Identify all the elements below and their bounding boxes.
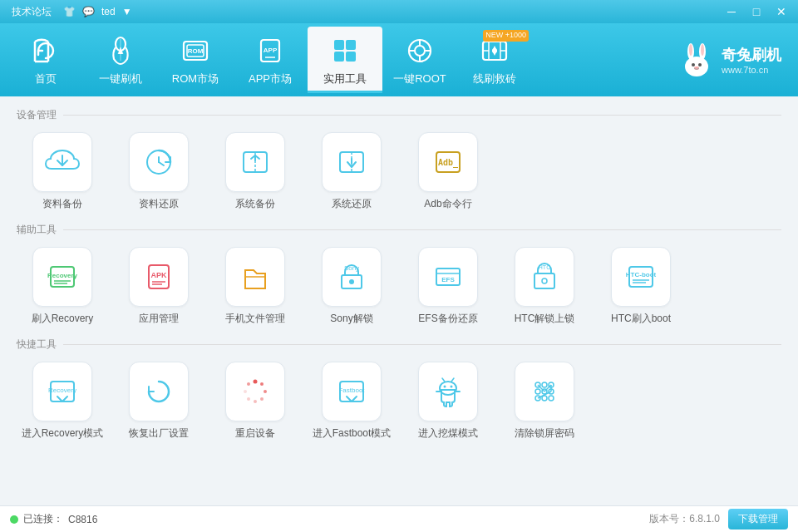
svg-point-50: [349, 279, 354, 284]
svg-point-88: [542, 396, 547, 401]
section-line: [63, 115, 781, 116]
shirt-icon: 👕: [63, 6, 76, 17]
svg-point-24: [701, 44, 704, 56]
svg-text:EFS: EFS: [441, 276, 455, 283]
maximize-button[interactable]: □: [746, 4, 766, 19]
reboot-icon-box: [225, 362, 285, 421]
tool-enter-recovery[interactable]: Recovery 进入Recovery模式: [17, 358, 108, 444]
svg-line-79: [442, 378, 445, 382]
nav-label-app: APP市场: [249, 71, 292, 86]
app-manage-label: 应用管理: [139, 312, 179, 326]
svg-line-91: [544, 385, 551, 392]
app-icon: APP: [253, 33, 288, 68]
home-icon: [28, 33, 63, 68]
dropdown-icon[interactable]: ▼: [122, 6, 132, 17]
titlebar-right: ─ □ ✕: [722, 4, 791, 19]
download-manage-button[interactable]: 下载管理: [728, 509, 788, 530]
efs-restore-label: EFS备份还原: [418, 312, 477, 326]
htc-unlock-icon-box: HTC: [515, 247, 574, 307]
svg-point-76: [451, 386, 453, 388]
svg-line-90: [538, 385, 544, 392]
enter-挖煤-label: 进入挖煤模式: [418, 426, 478, 441]
nav-label-root: 一键ROOT: [393, 71, 446, 86]
htc-boot-icon-box: HTC-boot: [611, 247, 671, 307]
svg-rect-10: [334, 52, 344, 62]
close-button[interactable]: ✕: [771, 4, 791, 19]
section-aux-title: 辅助工具: [17, 223, 57, 237]
nav-label-flash: 一键刷机: [99, 71, 142, 86]
adb-label: Adb命令行: [424, 197, 471, 211]
svg-point-13: [415, 46, 425, 56]
tool-backup-data[interactable]: 资料备份: [17, 129, 108, 214]
adb-icon-box: Adb_: [418, 132, 478, 192]
tool-restore-system[interactable]: 系统还原: [306, 129, 397, 214]
tool-sony-unlock[interactable]: Sony Sony解锁: [306, 244, 397, 329]
section-line-3: [63, 344, 781, 345]
chat-icon: 💬: [82, 6, 95, 17]
tool-file-manage[interactable]: 手机文件管理: [209, 244, 301, 329]
title-bar: 技术论坛 👕 💬 ted ▼ ─ □ ✕: [0, 0, 798, 23]
status-left: 已连接： C8816: [10, 512, 97, 526]
tool-backup-system[interactable]: 系统备份: [209, 129, 301, 214]
svg-rect-55: [534, 273, 554, 288]
tool-htc-unlock[interactable]: HTC HTC解锁上锁: [499, 244, 590, 329]
quick-tools-grid: Recovery 进入Recovery模式 恢复出厂设置: [17, 358, 781, 444]
restore-data-label: 资料还原: [139, 197, 179, 211]
tool-app-manage[interactable]: APK 应用管理: [113, 244, 204, 329]
tool-reboot[interactable]: 重启设备: [209, 358, 301, 444]
nav-item-home[interactable]: 首页: [8, 27, 83, 93]
new-badge: NEW +1000: [483, 30, 529, 42]
tool-factory-reset[interactable]: 恢复出厂设置: [113, 358, 204, 444]
nav-item-flash[interactable]: 一键刷机: [83, 27, 158, 93]
recovery-flash-icon-box: Recovery: [32, 247, 92, 307]
svg-point-17: [492, 48, 497, 53]
tool-restore-data[interactable]: 资料还原: [113, 129, 204, 214]
logo-url: www.7to.cn: [722, 65, 781, 75]
svg-rect-8: [334, 40, 344, 50]
restore-system-icon-box: [322, 132, 382, 192]
device-id: C8816: [68, 514, 97, 525]
status-right: 版本号：6.8.1.0 下载管理: [649, 509, 788, 530]
tool-efs-restore[interactable]: EFS EFS备份还原: [402, 244, 494, 329]
svg-text:APP: APP: [264, 47, 278, 54]
connected-label: 已连接：: [23, 512, 63, 526]
forum-link[interactable]: 技术论坛: [7, 3, 57, 21]
htc-boot-label: HTC刷入boot: [611, 312, 671, 326]
enter-fastboot-label: 进入Fastboot模式: [313, 426, 392, 441]
nav-item-rom[interactable]: ROM ROM市场: [158, 27, 233, 93]
nav-item-tools[interactable]: 实用工具: [308, 27, 382, 93]
section-quick-title: 快捷工具: [17, 337, 57, 352]
minimize-button[interactable]: ─: [722, 4, 741, 19]
tool-adb[interactable]: Adb_ Adb命令行: [402, 129, 494, 214]
tools-icon: [328, 33, 362, 68]
backup-data-label: 资料备份: [42, 197, 82, 211]
section-aux: 辅助工具: [17, 223, 781, 237]
factory-reset-icon-box: [129, 362, 189, 421]
tool-htc-boot[interactable]: HTC-boot HTC刷入boot: [595, 244, 687, 329]
recovery-flash-label: 刷入Recovery: [32, 312, 94, 326]
navbar: 首页 一键刷机 ROM ROM市场 APP: [0, 23, 798, 96]
enter-挖煤-icon-box: [418, 362, 478, 421]
svg-line-80: [451, 378, 454, 382]
nav-item-app[interactable]: APP APP市场: [233, 27, 308, 93]
svg-text:HTC: HTC: [539, 264, 550, 270]
svg-text:Adb_: Adb_: [438, 158, 459, 168]
section-device-title: 设备管理: [17, 108, 57, 122]
tool-recovery-flash[interactable]: Recovery 刷入Recovery: [17, 244, 108, 329]
svg-point-71: [247, 382, 250, 386]
nav-item-root[interactable]: 一键ROOT: [382, 27, 457, 93]
app-manage-icon-box: APK: [129, 247, 189, 307]
svg-point-23: [689, 44, 692, 56]
svg-point-26: [698, 63, 702, 66]
tool-enter-fastboot[interactable]: Fastboot 进入Fastboot模式: [306, 358, 397, 444]
svg-text:Recovery: Recovery: [47, 272, 78, 279]
tool-enter-挖煤[interactable]: 进入挖煤模式: [402, 358, 494, 444]
rom-icon: ROM: [178, 33, 213, 68]
tool-clear-lock[interactable]: 清除锁屏密码: [499, 358, 590, 444]
svg-point-69: [247, 397, 250, 401]
backup-system-label: 系统备份: [235, 197, 275, 211]
nav-label-rescue: 线刷救砖: [473, 71, 516, 86]
nav-item-rescue[interactable]: NEW +1000 线刷救砖: [457, 27, 532, 93]
svg-point-65: [260, 382, 264, 386]
svg-point-70: [244, 390, 247, 393]
